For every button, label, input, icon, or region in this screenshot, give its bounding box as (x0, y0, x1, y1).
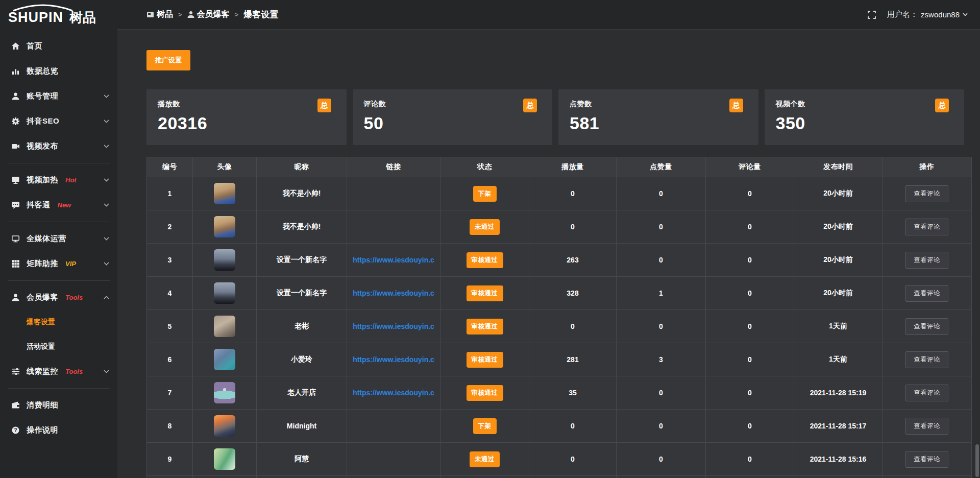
sidebar-item-member-baoke[interactable]: 会员爆客 Tools (0, 285, 117, 310)
new-badge: New (58, 201, 71, 209)
sliders-icon (11, 367, 20, 376)
breadcrumb-item-home[interactable]: 树品 (146, 9, 173, 20)
profile-link[interactable]: https://www.iesdouyin.c (350, 322, 437, 330)
breadcrumb-item-member-baoke[interactable]: 会员爆客 (187, 9, 230, 20)
member-icon (11, 293, 20, 302)
view-comments-button[interactable]: 查看评论 (905, 285, 948, 302)
avatar (214, 183, 235, 204)
brand-logo[interactable]: SHUPIN 树品 (0, 0, 117, 30)
gear-icon (11, 117, 20, 126)
status-badge[interactable]: 下架 (473, 186, 497, 202)
username-label: 用户名： (887, 10, 918, 19)
avatar (214, 382, 235, 403)
view-comments-button[interactable]: 查看评论 (905, 451, 948, 468)
sidebar-item-clue-monitor[interactable]: 线索监控 Tools (0, 359, 117, 384)
stat-cards: 播放数 20316 总 评论数 50 总 点赞数 581 总 视频个数 350 (146, 89, 964, 145)
sidebar-divider (8, 222, 110, 222)
profile-link[interactable]: https://www.iesdouyin.c (350, 355, 437, 364)
avatar (214, 415, 235, 437)
scrollbar[interactable] (975, 444, 979, 477)
svg-text:?: ? (14, 427, 17, 433)
sidebar-item-video-heat[interactable]: 视频加热 Hot (0, 168, 117, 193)
sidebar-divider (8, 388, 110, 389)
sidebar-subitem-activity-settings[interactable]: 活动设置 (0, 334, 117, 359)
sidebar-item-video-publish[interactable]: 视频发布 (0, 134, 117, 159)
col-comments: 评论量 (706, 157, 794, 177)
sidebar-subitem-baoke-settings[interactable]: 爆客设置 (0, 310, 117, 334)
hot-badge: Hot (65, 176, 77, 184)
sidebar-item-matrix-boost[interactable]: 矩阵助推 VIP (0, 251, 117, 276)
sidebar: SHUPIN 树品 首页 数据总览 账号管理 (0, 0, 117, 478)
chevron-down-icon (104, 145, 109, 148)
chevron-down-icon (104, 178, 109, 182)
stat-card-videos: 视频个数 350 总 (765, 89, 965, 145)
status-badge[interactable]: 下架 (473, 418, 497, 434)
profile-link[interactable]: https://www.iesdouyin.c (350, 389, 437, 397)
table-row: 4 设置一个新名字 https://www.iesdouyin.c 审核通过 3… (147, 277, 972, 310)
logo-text-en: SHUPIN (8, 10, 63, 25)
view-comments-button[interactable]: 查看评论 (905, 351, 948, 368)
bar-chart-icon (11, 67, 20, 76)
status-badge[interactable]: 审核通过 (467, 319, 503, 334)
sidebar-item-account-management[interactable]: 账号管理 (0, 84, 117, 109)
col-actions: 操作 (883, 157, 972, 177)
promotion-settings-button[interactable]: 推广设置 (146, 50, 190, 70)
status-badge[interactable]: 审核通过 (467, 252, 503, 268)
sidebar-item-home[interactable]: 首页 (0, 34, 117, 59)
main-area: 树品 > 会员爆客 > 爆客设置 用户名：zswodun88 (117, 0, 980, 478)
table-row (147, 476, 972, 478)
brand-logo-graphic: SHUPIN 树品 (7, 4, 113, 26)
view-comments-button[interactable]: 查看评论 (905, 418, 948, 435)
chevron-down-icon (963, 13, 968, 16)
content: 推广设置 播放数 20316 总 评论数 50 总 点赞数 581 总 (117, 30, 980, 478)
sidebar-divider (8, 163, 110, 163)
chevron-down-icon (104, 370, 109, 373)
table-row: 8 Midnight 下架 0 0 0 2021-11-28 15:17 查看评… (147, 410, 972, 443)
view-comments-button[interactable]: 查看评论 (905, 318, 948, 335)
chevron-down-icon (104, 262, 109, 266)
dashboard-icon (146, 11, 154, 18)
table-row: 3 设置一个新名字 https://www.iesdouyin.c 审核通过 2… (147, 244, 972, 277)
status-badge[interactable]: 未通过 (470, 451, 500, 467)
home-icon (11, 42, 20, 51)
col-status: 状态 (440, 157, 529, 177)
sidebar-item-instructions[interactable]: ? 操作说明 (0, 418, 117, 443)
breadcrumb-separator: > (178, 11, 182, 18)
view-comments-button[interactable]: 查看评论 (905, 185, 948, 202)
profile-link[interactable]: https://www.iesdouyin.c (350, 289, 437, 297)
page-title: 爆客设置 (243, 9, 278, 20)
sidebar-item-all-media[interactable]: 全媒体运营 (0, 226, 117, 251)
sidebar-item-data-overview[interactable]: 数据总览 (0, 59, 117, 84)
status-badge[interactable]: 审核通过 (467, 285, 503, 301)
table-row: 7 老人开店 https://www.iesdouyin.c 审核通过 35 0… (147, 376, 972, 410)
stat-card-likes: 点赞数 581 总 (558, 89, 758, 145)
status-badge[interactable]: 未通过 (470, 219, 500, 235)
app-root: SHUPIN 树品 首页 数据总览 账号管理 (0, 0, 980, 478)
table-row: 6 小爱玲 https://www.iesdouyin.c 审核通过 281 3… (147, 343, 972, 376)
status-badge[interactable]: 审核通过 (467, 352, 503, 368)
wallet-icon (11, 401, 20, 410)
fullscreen-icon[interactable] (868, 11, 876, 19)
table-row: 2 我不是小帅! 未通过 0 0 0 20小时前 查看评论 (147, 210, 972, 244)
chevron-down-icon (104, 119, 109, 123)
table-row: 9 阿慧 未通过 0 0 0 2021-11-28 15:16 查看评论 (147, 443, 972, 476)
sidebar-item-consumption-details[interactable]: 消费明细 (0, 393, 117, 418)
col-avatar: 头像 (193, 157, 257, 177)
breadcrumb-separator: > (235, 11, 239, 18)
chevron-down-icon (104, 203, 109, 207)
view-comments-button[interactable]: 查看评论 (905, 252, 948, 269)
chat-icon (11, 201, 20, 209)
avatar (214, 282, 235, 304)
video-camera-icon (11, 142, 20, 151)
view-comments-button[interactable]: 查看评论 (905, 219, 948, 235)
user-menu[interactable]: 用户名：zswodun88 (887, 10, 968, 19)
view-comments-button[interactable]: 查看评论 (905, 385, 948, 401)
sidebar-submenu: 爆客设置 活动设置 (0, 310, 117, 359)
table-header-row: 编号 头像 昵称 链接 状态 播放量 点赞量 评论量 发布时间 操作 (147, 157, 972, 177)
screen-icon (11, 176, 20, 184)
sidebar-item-douketong[interactable]: 抖客通 New (0, 193, 117, 218)
profile-link[interactable]: https://www.iesdouyin.c (350, 256, 437, 264)
status-badge[interactable]: 审核通过 (467, 385, 503, 401)
col-plays: 播放量 (529, 157, 617, 177)
sidebar-item-douyin-seo[interactable]: 抖音SEO (0, 109, 117, 134)
